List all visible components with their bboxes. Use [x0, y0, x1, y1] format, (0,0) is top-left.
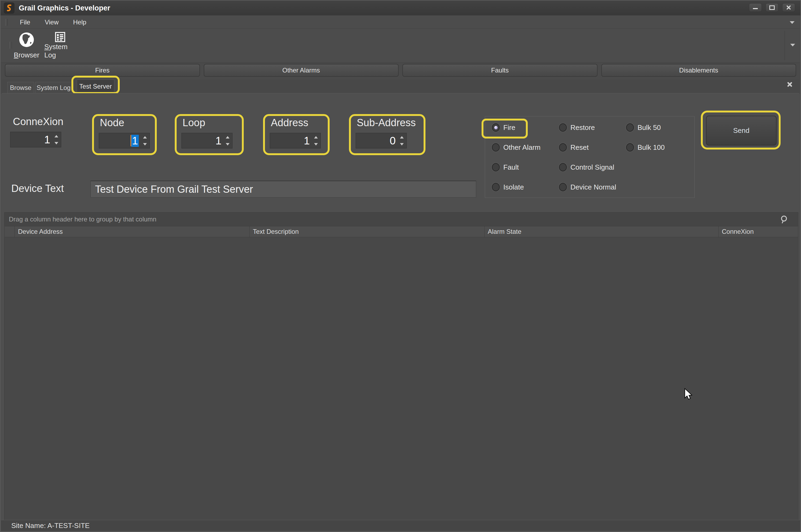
toolbar: Browser System Log — [1, 28, 800, 63]
menubar-grip[interactable] — [5, 19, 7, 26]
up-arrow-icon — [400, 136, 404, 138]
down-arrow-icon — [314, 143, 318, 146]
down-arrow-icon — [400, 143, 404, 146]
grid-body-empty — [4, 237, 798, 521]
address-field-group: Address 1 — [263, 114, 330, 155]
radio-fault[interactable]: Fault — [492, 162, 519, 172]
device-text-input[interactable]: Test Device From Grail Test Server — [91, 180, 476, 197]
sub-address-up-button[interactable] — [398, 134, 406, 141]
search-icon[interactable] — [780, 215, 789, 224]
maximize-button[interactable] — [766, 3, 779, 12]
radio-fire[interactable]: Fire — [492, 122, 515, 133]
radio-icon — [559, 163, 567, 172]
toolbar-grip[interactable] — [9, 42, 12, 49]
address-value: 1 — [304, 133, 310, 148]
connexion-label: ConneXion — [13, 116, 71, 128]
radio-icon — [626, 123, 634, 132]
tab-close-icon — [787, 82, 792, 87]
column-alarm-state[interactable]: Alarm State — [484, 226, 719, 237]
globe-icon — [18, 32, 35, 48]
device-text-value: Test Device From Grail Test Server — [95, 184, 253, 195]
row-indicator-column — [4, 226, 15, 237]
radio-reset[interactable]: Reset — [559, 142, 589, 152]
radio-icon — [492, 163, 500, 172]
connexion-up-button[interactable] — [53, 133, 60, 139]
minimize-button[interactable] — [749, 3, 762, 12]
sub-address-down-button[interactable] — [398, 141, 406, 148]
menubar-overflow-chevron-icon[interactable] — [790, 21, 795, 24]
connexion-value: 1 — [44, 132, 50, 147]
faults-panel[interactable]: Faults — [402, 64, 597, 77]
close-icon — [786, 5, 791, 10]
tab-browse[interactable]: Browse — [7, 82, 34, 93]
menu-view[interactable]: View — [43, 17, 61, 27]
sub-address-value: 0 — [390, 133, 396, 148]
radio-bulk-100[interactable]: Bulk 100 — [626, 142, 665, 152]
node-down-button[interactable] — [141, 141, 149, 148]
title-bar: Grail Graphics - Developer — [1, 1, 800, 16]
system-log-button[interactable]: System Log — [43, 30, 78, 60]
column-connexion[interactable]: ConneXion — [719, 226, 798, 237]
node-value: 1 — [131, 133, 139, 148]
connexion-field-group: ConneXion 1 — [7, 115, 71, 154]
column-text-description[interactable]: Text Description — [250, 226, 484, 237]
fires-panel[interactable]: Fires — [5, 64, 200, 77]
group-by-bar[interactable]: Drag a column header here to group by th… — [4, 213, 798, 226]
sub-address-label: Sub-Address — [357, 117, 424, 129]
maximize-icon — [769, 5, 775, 10]
grid-header-row: Device Address Text Description Alarm St… — [4, 226, 798, 237]
device-text-label: Device Text — [11, 183, 64, 194]
radio-control-signal[interactable]: Control Signal — [559, 162, 614, 172]
loop-value: 1 — [215, 133, 222, 148]
app-window: Grail Graphics - Developer File View Hel… — [0, 0, 801, 532]
other-alarms-panel[interactable]: Other Alarms — [204, 64, 399, 77]
node-up-button[interactable] — [141, 134, 149, 141]
connexion-spinner[interactable]: 1 — [10, 132, 61, 147]
loop-spinner[interactable]: 1 — [182, 133, 232, 148]
node-field-group: Node 1 — [92, 114, 157, 155]
test-server-highlight — [71, 76, 120, 94]
status-bar: Site Name: A-TEST-SITE — [1, 520, 800, 531]
down-arrow-icon — [226, 143, 229, 146]
node-spinner[interactable]: 1 — [99, 133, 150, 148]
close-button[interactable] — [782, 3, 795, 12]
radio-icon — [559, 123, 567, 132]
radio-isolate[interactable]: Isolate — [492, 182, 524, 192]
tab-close-button[interactable] — [787, 82, 792, 87]
sub-address-field-group: Sub-Address 0 — [349, 114, 425, 155]
address-spinner[interactable]: 1 — [270, 133, 321, 148]
toolbar-overflow-chevron-icon[interactable] — [790, 44, 795, 46]
up-arrow-icon — [143, 136, 147, 138]
radio-selected-icon — [492, 123, 500, 132]
up-arrow-icon — [55, 135, 58, 137]
connexion-down-button[interactable] — [53, 139, 60, 147]
address-down-button[interactable] — [312, 141, 320, 148]
tab-system-log[interactable]: System Log — [35, 82, 72, 93]
radio-other-alarm[interactable]: Other Alarm — [492, 142, 541, 152]
browser-button-label: Browser — [14, 51, 39, 59]
send-button[interactable]: Send — [706, 116, 777, 146]
up-arrow-icon — [226, 136, 229, 138]
radio-bulk-50[interactable]: Bulk 50 — [626, 122, 661, 133]
tab-strip: Browse System Log Test Server — [1, 79, 800, 93]
loop-up-button[interactable] — [224, 134, 231, 141]
radio-icon — [492, 183, 500, 191]
minimize-icon — [753, 8, 758, 9]
loop-down-button[interactable] — [224, 141, 231, 148]
disablements-panel[interactable]: Disablements — [601, 64, 797, 77]
browser-button[interactable]: Browser — [12, 30, 41, 60]
status-separator — [79, 522, 79, 529]
sub-address-spinner[interactable]: 0 — [356, 133, 407, 148]
address-up-button[interactable] — [312, 134, 320, 141]
device-grid: Drag a column header here to group by th… — [4, 212, 798, 521]
menu-help[interactable]: Help — [71, 17, 88, 27]
toolbar-separator — [785, 31, 785, 60]
menu-file[interactable]: File — [18, 17, 33, 27]
window-title: Grail Graphics - Developer — [19, 4, 110, 12]
radio-restore[interactable]: Restore — [559, 122, 595, 133]
radio-device-normal[interactable]: Device Normal — [559, 182, 616, 192]
up-arrow-icon — [314, 136, 318, 138]
test-server-page: ConneXion 1 Node 1 Loop — [1, 93, 800, 522]
grail-s-icon — [5, 4, 13, 12]
column-device-address[interactable]: Device Address — [15, 226, 250, 237]
